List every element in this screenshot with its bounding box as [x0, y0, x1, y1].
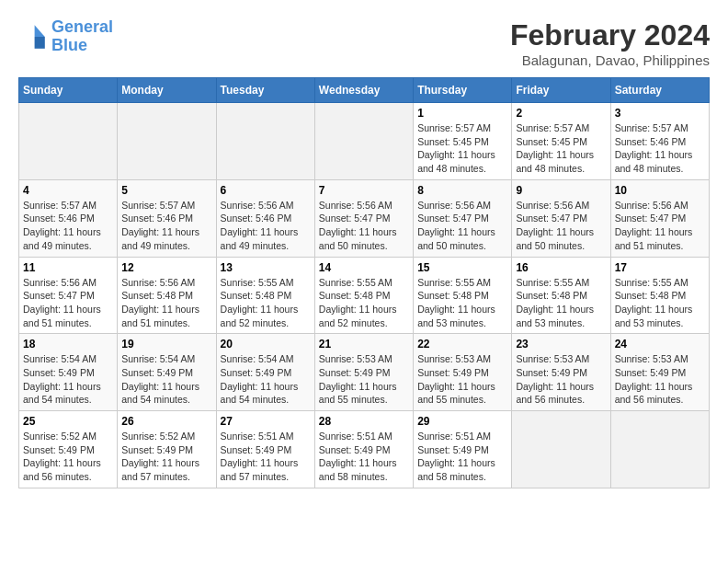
- day-number: 3: [615, 107, 705, 120]
- page-header: General Blue February 2024 Balagunan, Da…: [18, 18, 710, 68]
- day-info: Sunrise: 5:56 AM Sunset: 5:47 PM Dayligh…: [417, 199, 507, 253]
- day-number: 15: [417, 261, 507, 274]
- day-info: Sunrise: 5:54 AM Sunset: 5:49 PM Dayligh…: [121, 352, 211, 407]
- calendar-cell: 15Sunrise: 5:55 AM Sunset: 5:48 PM Dayli…: [414, 257, 512, 334]
- day-number: 12: [121, 261, 211, 274]
- calendar-cell: 12Sunrise: 5:56 AM Sunset: 5:48 PM Dayli…: [118, 257, 216, 334]
- day-info: Sunrise: 5:54 AM Sunset: 5:49 PM Dayligh…: [221, 352, 311, 407]
- day-info: Sunrise: 5:53 AM Sunset: 5:49 PM Dayligh…: [319, 352, 409, 407]
- calendar-cell: 7Sunrise: 5:56 AM Sunset: 5:47 PM Daylig…: [314, 179, 413, 257]
- day-info: Sunrise: 5:57 AM Sunset: 5:45 PM Dayligh…: [516, 121, 606, 176]
- svg-marker-1: [35, 37, 45, 49]
- calendar-cell: 13Sunrise: 5:55 AM Sunset: 5:48 PM Dayli…: [216, 257, 314, 334]
- day-number: 25: [23, 415, 113, 428]
- calendar-cell: [118, 103, 216, 180]
- day-number: 7: [319, 184, 409, 197]
- day-number: 22: [417, 338, 507, 350]
- calendar-cell: 21Sunrise: 5:53 AM Sunset: 5:49 PM Dayli…: [314, 334, 413, 411]
- calendar-cell: [314, 103, 413, 180]
- calendar-cell: 3Sunrise: 5:57 AM Sunset: 5:46 PM Daylig…: [610, 103, 709, 180]
- calendar-cell: 28Sunrise: 5:51 AM Sunset: 5:49 PM Dayli…: [314, 411, 413, 488]
- calendar-cell: 22Sunrise: 5:53 AM Sunset: 5:49 PM Dayli…: [414, 334, 512, 411]
- day-number: 29: [417, 415, 507, 428]
- day-info: Sunrise: 5:57 AM Sunset: 5:46 PM Dayligh…: [615, 121, 705, 176]
- calendar-cell: 23Sunrise: 5:53 AM Sunset: 5:49 PM Dayli…: [512, 334, 610, 411]
- logo-line1: General: [51, 17, 113, 36]
- calendar-cell: 19Sunrise: 5:54 AM Sunset: 5:49 PM Dayli…: [118, 334, 216, 411]
- day-info: Sunrise: 5:52 AM Sunset: 5:49 PM Dayligh…: [23, 430, 113, 484]
- calendar-table: SundayMondayTuesdayWednesdayThursdayFrid…: [18, 77, 710, 488]
- day-number: 13: [221, 261, 311, 274]
- day-number: 23: [516, 338, 606, 350]
- logo: General Blue: [18, 18, 113, 55]
- day-number: 10: [615, 184, 705, 197]
- calendar-cell: [19, 103, 118, 180]
- day-info: Sunrise: 5:57 AM Sunset: 5:45 PM Dayligh…: [417, 121, 507, 176]
- calendar-cell: 9Sunrise: 5:56 AM Sunset: 5:47 PM Daylig…: [512, 179, 610, 257]
- calendar-cell: 2Sunrise: 5:57 AM Sunset: 5:45 PM Daylig…: [512, 103, 610, 180]
- day-number: 19: [121, 338, 211, 350]
- day-info: Sunrise: 5:53 AM Sunset: 5:49 PM Dayligh…: [516, 352, 606, 407]
- day-number: 27: [221, 415, 311, 428]
- calendar-cell: 10Sunrise: 5:56 AM Sunset: 5:47 PM Dayli…: [610, 179, 709, 257]
- day-number: 9: [516, 184, 606, 197]
- calendar-cell: 14Sunrise: 5:55 AM Sunset: 5:48 PM Dayli…: [314, 257, 413, 334]
- day-number: 21: [319, 338, 409, 350]
- day-number: 2: [516, 107, 606, 120]
- day-info: Sunrise: 5:55 AM Sunset: 5:48 PM Dayligh…: [221, 276, 311, 330]
- calendar-cell: 8Sunrise: 5:56 AM Sunset: 5:47 PM Daylig…: [414, 179, 512, 257]
- calendar-cell: 18Sunrise: 5:54 AM Sunset: 5:49 PM Dayli…: [19, 334, 118, 411]
- day-number: 14: [319, 261, 409, 274]
- calendar-cell: 25Sunrise: 5:52 AM Sunset: 5:49 PM Dayli…: [19, 411, 118, 488]
- weekday-header: Monday: [118, 78, 216, 103]
- day-number: 11: [23, 261, 113, 274]
- day-info: Sunrise: 5:57 AM Sunset: 5:46 PM Dayligh…: [23, 199, 113, 253]
- weekday-header: Thursday: [414, 78, 512, 103]
- calendar-cell: 5Sunrise: 5:57 AM Sunset: 5:46 PM Daylig…: [118, 179, 216, 257]
- day-number: 20: [221, 338, 311, 350]
- subtitle: Balagunan, Davao, Philippines: [510, 52, 710, 68]
- day-info: Sunrise: 5:55 AM Sunset: 5:48 PM Dayligh…: [516, 276, 606, 330]
- main-title: February 2024: [510, 18, 710, 52]
- logo-line2: Blue: [51, 36, 87, 54]
- day-number: 28: [319, 415, 409, 428]
- day-info: Sunrise: 5:52 AM Sunset: 5:49 PM Dayligh…: [121, 430, 211, 484]
- calendar-cell: [512, 411, 610, 488]
- calendar-cell: 4Sunrise: 5:57 AM Sunset: 5:46 PM Daylig…: [19, 179, 118, 257]
- day-info: Sunrise: 5:51 AM Sunset: 5:49 PM Dayligh…: [319, 430, 409, 484]
- svg-marker-0: [35, 25, 45, 37]
- day-info: Sunrise: 5:55 AM Sunset: 5:48 PM Dayligh…: [319, 276, 409, 330]
- day-info: Sunrise: 5:57 AM Sunset: 5:46 PM Dayligh…: [121, 199, 211, 253]
- calendar-cell: 27Sunrise: 5:51 AM Sunset: 5:49 PM Dayli…: [216, 411, 314, 488]
- calendar-cell: 1Sunrise: 5:57 AM Sunset: 5:45 PM Daylig…: [414, 103, 512, 180]
- weekday-header: Sunday: [19, 78, 118, 103]
- day-info: Sunrise: 5:53 AM Sunset: 5:49 PM Dayligh…: [417, 352, 507, 407]
- day-info: Sunrise: 5:56 AM Sunset: 5:47 PM Dayligh…: [23, 276, 113, 330]
- day-number: 8: [417, 184, 507, 197]
- day-number: 16: [516, 261, 606, 274]
- calendar-cell: 11Sunrise: 5:56 AM Sunset: 5:47 PM Dayli…: [19, 257, 118, 334]
- day-info: Sunrise: 5:53 AM Sunset: 5:49 PM Dayligh…: [615, 352, 705, 407]
- day-number: 5: [121, 184, 211, 197]
- day-number: 24: [615, 338, 705, 350]
- day-info: Sunrise: 5:56 AM Sunset: 5:46 PM Dayligh…: [221, 199, 311, 253]
- calendar-cell: 20Sunrise: 5:54 AM Sunset: 5:49 PM Dayli…: [216, 334, 314, 411]
- calendar-cell: 24Sunrise: 5:53 AM Sunset: 5:49 PM Dayli…: [610, 334, 709, 411]
- day-info: Sunrise: 5:54 AM Sunset: 5:49 PM Dayligh…: [23, 352, 113, 407]
- day-number: 18: [23, 338, 113, 350]
- calendar-cell: 6Sunrise: 5:56 AM Sunset: 5:46 PM Daylig…: [216, 179, 314, 257]
- weekday-header: Friday: [512, 78, 610, 103]
- day-info: Sunrise: 5:56 AM Sunset: 5:48 PM Dayligh…: [121, 276, 211, 330]
- day-info: Sunrise: 5:56 AM Sunset: 5:47 PM Dayligh…: [516, 199, 606, 253]
- day-info: Sunrise: 5:56 AM Sunset: 5:47 PM Dayligh…: [319, 199, 409, 253]
- day-info: Sunrise: 5:51 AM Sunset: 5:49 PM Dayligh…: [221, 430, 311, 484]
- calendar-cell: 26Sunrise: 5:52 AM Sunset: 5:49 PM Dayli…: [118, 411, 216, 488]
- weekday-header: Tuesday: [216, 78, 314, 103]
- calendar-cell: 16Sunrise: 5:55 AM Sunset: 5:48 PM Dayli…: [512, 257, 610, 334]
- day-number: 1: [417, 107, 507, 120]
- day-number: 6: [221, 184, 311, 197]
- logo-icon: [18, 22, 48, 52]
- day-info: Sunrise: 5:56 AM Sunset: 5:47 PM Dayligh…: [615, 199, 705, 253]
- day-info: Sunrise: 5:55 AM Sunset: 5:48 PM Dayligh…: [615, 276, 705, 330]
- day-number: 17: [615, 261, 705, 274]
